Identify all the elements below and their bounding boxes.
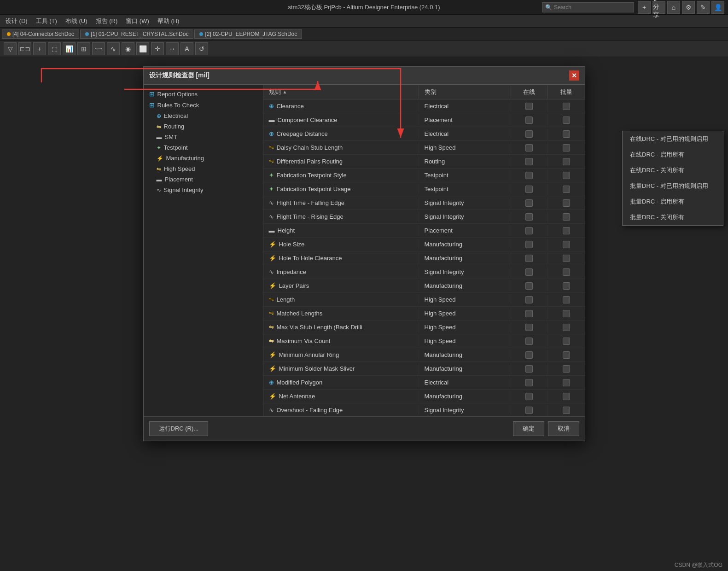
td-online-3[interactable]	[511, 142, 548, 153]
td-online-17[interactable]	[511, 336, 548, 347]
td-online-2[interactable]	[511, 128, 548, 140]
td-online-20[interactable]	[511, 377, 548, 388]
batch-checkbox-20[interactable]	[563, 379, 570, 386]
batch-checkbox-7[interactable]	[563, 199, 570, 207]
run-drc-button[interactable]: 运行DRC (R)...	[149, 421, 209, 436]
td-online-22[interactable]	[511, 405, 548, 416]
toolbar-net[interactable]: ⊏⊐	[18, 42, 31, 55]
batch-checkbox-12[interactable]	[563, 268, 570, 276]
online-checkbox-8[interactable]	[525, 213, 533, 221]
toolbar-wave[interactable]: ∿	[107, 42, 120, 55]
td-online-18[interactable]	[511, 350, 548, 361]
td-batch-16[interactable]	[548, 322, 585, 333]
edit-icon[interactable]: ✎	[697, 1, 710, 14]
toolbar-pin[interactable]: ◉	[122, 42, 134, 55]
td-batch-20[interactable]	[548, 377, 585, 388]
td-batch-19[interactable]	[548, 363, 585, 374]
online-checkbox-3[interactable]	[525, 144, 533, 151]
td-batch-21[interactable]	[548, 391, 585, 402]
td-batch-13[interactable]	[548, 280, 585, 291]
batch-checkbox-6[interactable]	[563, 186, 570, 193]
td-online-7[interactable]	[511, 198, 548, 209]
batch-checkbox-2[interactable]	[563, 130, 570, 138]
menu-route[interactable]: 布线 (U)	[62, 16, 91, 26]
toolbar-cross[interactable]: ✛	[151, 42, 164, 55]
td-online-19[interactable]	[511, 363, 548, 374]
td-batch-4[interactable]	[548, 156, 585, 167]
home-icon[interactable]: ⌂	[667, 1, 680, 14]
td-batch-18[interactable]	[548, 350, 585, 361]
td-batch-2[interactable]	[548, 128, 585, 140]
tab-1[interactable]: [1] 01-CPU_RESET_CRYSTAL.SchDoc	[80, 29, 193, 39]
batch-checkbox-10[interactable]	[563, 241, 570, 248]
toolbar-box[interactable]: ⬜	[136, 42, 149, 55]
batch-checkbox-8[interactable]	[563, 213, 570, 221]
online-checkbox-12[interactable]	[525, 268, 533, 276]
td-online-11[interactable]	[511, 253, 548, 264]
tree-item-testpoint[interactable]: ✦ Testpoint	[144, 142, 263, 153]
online-checkbox-18[interactable]	[525, 351, 533, 359]
context-menu-item-0[interactable]: 在线DRC - 对已用的规则启用	[623, 131, 723, 147]
online-checkbox-0[interactable]	[525, 103, 533, 110]
toolbar-undo[interactable]: ↺	[195, 42, 208, 55]
online-checkbox-6[interactable]	[525, 186, 533, 193]
online-checkbox-22[interactable]	[525, 407, 533, 414]
tree-item-signal-integrity[interactable]: ∿ Signal Integrity	[144, 185, 263, 195]
toolbar-filter[interactable]: ▽	[4, 42, 17, 55]
batch-checkbox-18[interactable]	[563, 351, 570, 359]
online-checkbox-7[interactable]	[525, 199, 533, 207]
context-menu-item-3[interactable]: 批量DRC - 对已用的规则启用	[623, 178, 723, 194]
tree-item-placement[interactable]: ▬ Placement	[144, 174, 263, 185]
td-batch-8[interactable]	[548, 211, 585, 222]
online-checkbox-16[interactable]	[525, 324, 533, 331]
online-checkbox-20[interactable]	[525, 379, 533, 386]
online-checkbox-13[interactable]	[525, 282, 533, 290]
td-batch-22[interactable]	[548, 405, 585, 416]
batch-checkbox-0[interactable]	[563, 103, 570, 110]
td-online-13[interactable]	[511, 280, 548, 291]
td-online-5[interactable]	[511, 170, 548, 181]
td-batch-10[interactable]	[548, 239, 585, 250]
search-box[interactable]: 🔍 Search	[542, 2, 634, 12]
tree-item-report-options[interactable]: ⊞ Report Options	[144, 88, 263, 99]
td-batch-7[interactable]	[548, 198, 585, 209]
toolbar-select[interactable]: ⬚	[48, 42, 61, 55]
toolbar-add[interactable]: +	[33, 42, 46, 55]
td-online-16[interactable]	[511, 322, 548, 333]
toolbar-ruler[interactable]: ↔	[166, 42, 179, 55]
toolbar-text[interactable]: A	[181, 42, 193, 55]
tree-item-high-speed[interactable]: ⇋ High Speed	[144, 163, 263, 174]
batch-checkbox-17[interactable]	[563, 338, 570, 345]
online-checkbox-1[interactable]	[525, 117, 533, 124]
batch-checkbox-5[interactable]	[563, 172, 570, 179]
td-batch-1[interactable]	[548, 115, 585, 126]
td-batch-6[interactable]	[548, 184, 585, 195]
batch-checkbox-13[interactable]	[563, 282, 570, 290]
batch-checkbox-14[interactable]	[563, 296, 570, 303]
td-batch-12[interactable]	[548, 267, 585, 278]
td-batch-5[interactable]	[548, 170, 585, 181]
batch-checkbox-4[interactable]	[563, 158, 570, 165]
td-online-9[interactable]	[511, 225, 548, 236]
dialog-close-button[interactable]: ✕	[569, 70, 579, 81]
td-online-0[interactable]	[511, 101, 548, 112]
td-online-15[interactable]	[511, 308, 548, 319]
td-online-21[interactable]	[511, 391, 548, 402]
batch-checkbox-16[interactable]	[563, 324, 570, 331]
td-batch-11[interactable]	[548, 253, 585, 264]
toolbar-wire[interactable]: 〰	[92, 42, 105, 55]
batch-checkbox-22[interactable]	[563, 407, 570, 414]
menu-design[interactable]: 设计 (D)	[2, 16, 31, 26]
td-batch-17[interactable]	[548, 336, 585, 347]
tab-0[interactable]: [4] 04-Connector.SchDoc	[2, 29, 79, 39]
tree-item-routing[interactable]: ⇋ Routing	[144, 121, 263, 132]
menu-help[interactable]: 帮助 (H)	[154, 16, 183, 26]
menu-report[interactable]: 报告 (R)	[92, 16, 122, 26]
td-online-8[interactable]	[511, 211, 548, 222]
online-checkbox-9[interactable]	[525, 227, 533, 234]
td-online-1[interactable]	[511, 115, 548, 126]
td-batch-3[interactable]	[548, 142, 585, 153]
td-batch-9[interactable]	[548, 225, 585, 236]
add-icon[interactable]: +	[638, 1, 651, 14]
online-checkbox-11[interactable]	[525, 255, 533, 262]
